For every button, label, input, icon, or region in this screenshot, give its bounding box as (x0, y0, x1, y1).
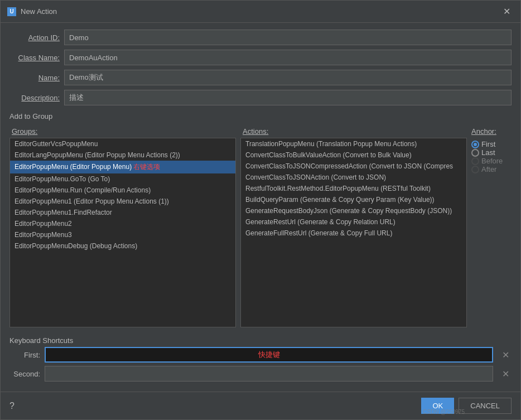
groups-list-item[interactable]: EditorPopupMenu1.FindRefactor (10, 207, 235, 218)
name-input[interactable] (64, 70, 512, 85)
keyboard-second-wrap (45, 366, 493, 382)
anchor-option-after: After (471, 165, 507, 173)
title-bar: U New Action ✕ (1, 1, 520, 23)
keyboard-first-label: First: (9, 351, 40, 359)
dialog-footer: ? OK CANCEL (1, 392, 520, 419)
groups-list-item[interactable]: EditorPopupMenu.GoTo (Go To) (10, 173, 235, 185)
actions-list-item[interactable]: RestfulToolkit.RestMethod.EditorPopupMen… (241, 183, 466, 194)
groups-list-item[interactable]: EditorPopupMenuDebug (Debug Actions) (10, 240, 235, 252)
anchor-option-last[interactable]: Last (471, 148, 507, 157)
description-row: Description: (9, 90, 512, 105)
groups-list-item[interactable]: EditorPopupMenu3 (10, 229, 235, 240)
anchor-label-after: After (481, 165, 496, 173)
anchor-header: Anchor: (471, 127, 507, 138)
actions-list-item[interactable]: TranslationPopupMenu (Translation Popup … (241, 138, 466, 149)
actions-list-item[interactable]: ConvertClassToJSONCompressedAction (Conv… (241, 161, 466, 172)
anchor-option-before: Before (471, 157, 507, 165)
actions-list-item[interactable]: ConvertClassToBulkValueAction (Convert t… (241, 149, 466, 161)
actions-list-item[interactable]: BuildQueryParam (Generate & Copy Query P… (241, 194, 466, 205)
groups-list-item[interactable]: EditorPopupMenu.Run (Compile/Run Actions… (10, 185, 235, 196)
new-action-dialog: U New Action ✕ Action ID: Class Name: Na… (0, 0, 521, 420)
title-bar-left: U New Action (7, 7, 57, 16)
keyboard-title: Keyboard Shortcuts (9, 334, 512, 347)
radio-btn-last[interactable] (471, 149, 479, 157)
add-to-group-label: Add to Group (9, 110, 512, 122)
groups-actions-section: Groups: EditorGutterVcsPopupMenuEditorLa… (9, 126, 512, 327)
help-button[interactable]: ? (9, 401, 15, 411)
anchor-panel: Anchor: FirstLastBeforeAfter (467, 126, 512, 327)
keyboard-second-input[interactable] (45, 366, 493, 382)
groups-list-item[interactable]: EditorPopupMenu2 (10, 218, 235, 229)
actions-list-item[interactable]: GenerateRequestBodyJson (Generate & Copy… (241, 205, 466, 216)
class-name-input[interactable] (64, 50, 512, 65)
description-label: Description: (9, 94, 60, 102)
groups-list-item[interactable]: EditorGutterVcsPopupMenu (10, 138, 235, 149)
groups-list-item[interactable]: EditorLangPopupMenu (Editor Popup Menu A… (10, 149, 235, 161)
app-icon: U (7, 7, 16, 16)
anchor-label-before: Before (481, 157, 503, 165)
keyboard-first-row: First: ✕ (9, 347, 512, 363)
close-button[interactable]: ✕ (500, 5, 514, 18)
groups-list-item[interactable]: EditorPopupMenu1 (Editor Popup Menu Acti… (10, 196, 235, 207)
action-id-label: Action ID: (9, 33, 60, 42)
keyboard-first-wrap (45, 347, 493, 363)
keyboard-second-clear[interactable]: ✕ (500, 369, 512, 379)
class-name-row: Class Name: (9, 50, 512, 65)
name-label: Name: (9, 74, 60, 82)
actions-panel: Actions: TranslationPopupMenu (Translati… (240, 126, 467, 327)
groups-panel: Groups: EditorGutterVcsPopupMenuEditorLa… (9, 126, 236, 327)
description-input[interactable] (64, 90, 512, 105)
radio-btn-first[interactable] (471, 141, 479, 148)
keyboard-first-input[interactable] (45, 347, 493, 363)
actions-header: Actions: (240, 126, 467, 138)
class-name-label: Class Name: (9, 54, 60, 62)
actions-list[interactable]: TranslationPopupMenu (Translation Popup … (240, 138, 467, 327)
action-id-input[interactable] (64, 30, 512, 45)
radio-btn-after (471, 166, 479, 173)
groups-header: Groups: (9, 126, 236, 138)
keyboard-second-label: Second: (9, 370, 40, 378)
actions-list-item[interactable]: GenerateRestUrl (Generate & Copy Relatio… (241, 216, 466, 228)
keyboard-second-row: Second: ✕ (9, 366, 512, 382)
keyboard-section: Keyboard Shortcuts First: ✕ Second: ✕ (9, 334, 512, 385)
cancel-button[interactable]: CANCEL (459, 398, 512, 414)
watermark: CSDN @250975 (423, 409, 465, 415)
actions-list-item[interactable]: GenerateFullRestUrl (Generate & Copy Ful… (241, 228, 466, 239)
action-id-row: Action ID: (9, 30, 512, 45)
anchor-option-first[interactable]: First (471, 140, 507, 148)
groups-list-item[interactable]: EditorPopupMenu (Editor Popup Menu) 右键选项 (10, 161, 235, 173)
dialog-title: New Action (21, 7, 57, 16)
dialog-content: Action ID: Class Name: Name: Description… (1, 23, 520, 392)
groups-list[interactable]: EditorGutterVcsPopupMenuEditorLangPopupM… (9, 138, 236, 327)
anchor-label-first: First (481, 140, 495, 148)
actions-list-item[interactable]: ConvertClassToJSONAction (Convert to JSO… (241, 172, 466, 183)
anchor-label-last: Last (481, 148, 495, 157)
keyboard-first-clear[interactable]: ✕ (500, 350, 512, 360)
name-row: Name: (9, 70, 512, 85)
radio-btn-before (471, 157, 479, 165)
